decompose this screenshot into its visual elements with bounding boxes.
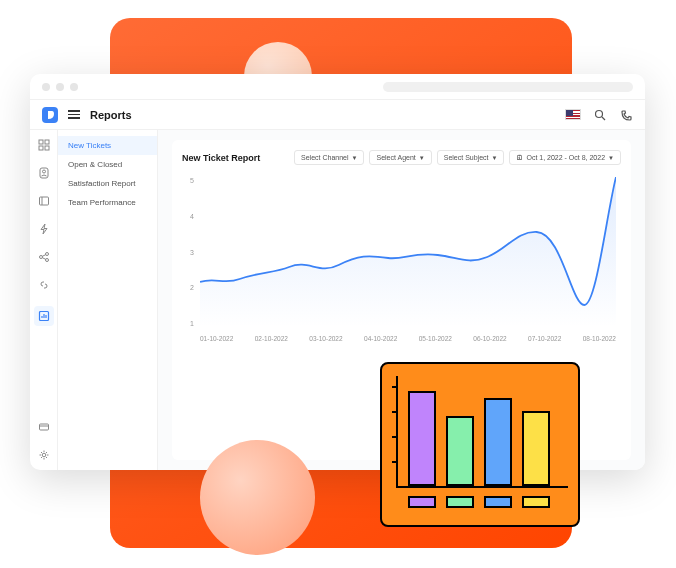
calendar-icon: 🗓 bbox=[516, 154, 523, 161]
app-header: Reports bbox=[30, 100, 645, 130]
x-tick: 08-10-2022 bbox=[583, 335, 616, 342]
app-logo[interactable] bbox=[42, 107, 58, 123]
report-header: New Ticket Report Select Channel▼ Select… bbox=[182, 150, 621, 165]
settings-icon[interactable] bbox=[37, 448, 51, 462]
search-icon[interactable] bbox=[593, 108, 607, 122]
svg-point-0 bbox=[596, 110, 603, 117]
window-control-dot[interactable] bbox=[70, 83, 78, 91]
svg-rect-3 bbox=[45, 140, 49, 144]
link-icon[interactable] bbox=[37, 278, 51, 292]
svg-line-13 bbox=[42, 255, 45, 257]
svg-point-12 bbox=[45, 259, 48, 262]
filter-label: Select Subject bbox=[444, 154, 489, 161]
user-icon[interactable] bbox=[37, 166, 51, 180]
illus-legend-green bbox=[446, 496, 474, 508]
illus-bar-green bbox=[446, 416, 474, 486]
filter-label: Oct 1, 2022 - Oct 8, 2022 bbox=[526, 154, 605, 161]
svg-point-21 bbox=[42, 453, 46, 457]
phone-icon[interactable] bbox=[619, 108, 633, 122]
illus-y-tick bbox=[392, 461, 398, 463]
hamburger-menu-icon[interactable] bbox=[68, 110, 80, 119]
y-tick: 4 bbox=[182, 213, 194, 220]
x-tick: 02-10-2022 bbox=[255, 335, 288, 342]
svg-rect-4 bbox=[39, 146, 43, 150]
illus-y-tick bbox=[392, 436, 398, 438]
x-tick: 07-10-2022 bbox=[528, 335, 561, 342]
icon-rail bbox=[30, 130, 58, 470]
ticket-icon[interactable] bbox=[37, 194, 51, 208]
caret-down-icon: ▼ bbox=[419, 155, 425, 161]
y-tick: 2 bbox=[182, 284, 194, 291]
decoration-circle-bottom bbox=[200, 440, 315, 555]
caret-down-icon: ▼ bbox=[491, 155, 497, 161]
filter-channel[interactable]: Select Channel▼ bbox=[294, 150, 364, 165]
illus-bar-purple bbox=[408, 391, 436, 486]
illus-y-tick bbox=[392, 386, 398, 388]
illus-legend-blue bbox=[484, 496, 512, 508]
sidebar-item-new-tickets[interactable]: New Tickets bbox=[58, 136, 157, 155]
y-axis: 5 4 3 2 1 bbox=[182, 177, 194, 327]
x-tick: 06-10-2022 bbox=[473, 335, 506, 342]
illus-legend-yellow bbox=[522, 496, 550, 508]
window-control-dot[interactable] bbox=[42, 83, 50, 91]
filter-label: Select Channel bbox=[301, 154, 348, 161]
address-bar-placeholder[interactable] bbox=[383, 82, 633, 92]
illus-y-tick bbox=[392, 411, 398, 413]
illus-bars bbox=[408, 376, 550, 486]
filter-label: Select Agent bbox=[376, 154, 415, 161]
window-control-dot[interactable] bbox=[56, 83, 64, 91]
y-tick: 1 bbox=[182, 320, 194, 327]
filter-date-range[interactable]: 🗓Oct 1, 2022 - Oct 8, 2022▼ bbox=[509, 150, 621, 165]
line-chart: 5 4 3 2 1 01-10-2022 bbox=[182, 177, 621, 357]
svg-point-7 bbox=[42, 170, 45, 173]
caret-down-icon: ▼ bbox=[352, 155, 358, 161]
page-title: Reports bbox=[90, 109, 132, 121]
y-tick: 3 bbox=[182, 249, 194, 256]
sidebar-item-open-closed[interactable]: Open & Closed bbox=[58, 155, 157, 174]
bolt-icon[interactable] bbox=[37, 222, 51, 236]
chart-plot bbox=[200, 177, 616, 327]
illus-bar-yellow bbox=[522, 411, 550, 486]
x-tick: 03-10-2022 bbox=[309, 335, 342, 342]
caret-down-icon: ▼ bbox=[608, 155, 614, 161]
sidebar-item-team-performance[interactable]: Team Performance bbox=[58, 193, 157, 212]
card-icon[interactable] bbox=[37, 420, 51, 434]
svg-rect-8 bbox=[39, 197, 48, 205]
bar-chart-illustration bbox=[380, 362, 580, 527]
report-title: New Ticket Report bbox=[182, 153, 260, 163]
reports-sidebar: New Tickets Open & Closed Satisfaction R… bbox=[58, 130, 158, 470]
illus-legend-purple bbox=[408, 496, 436, 508]
y-tick: 5 bbox=[182, 177, 194, 184]
svg-rect-2 bbox=[39, 140, 43, 144]
share-icon[interactable] bbox=[37, 250, 51, 264]
illus-x-axis bbox=[396, 486, 568, 488]
reports-icon[interactable] bbox=[34, 306, 54, 326]
svg-line-14 bbox=[42, 258, 45, 260]
illus-y-axis bbox=[396, 376, 398, 486]
x-tick: 05-10-2022 bbox=[419, 335, 452, 342]
svg-line-1 bbox=[602, 117, 605, 120]
filter-subject[interactable]: Select Subject▼ bbox=[437, 150, 505, 165]
x-tick: 01-10-2022 bbox=[200, 335, 233, 342]
svg-point-11 bbox=[45, 253, 48, 256]
x-axis: 01-10-2022 02-10-2022 03-10-2022 04-10-2… bbox=[200, 335, 616, 342]
svg-rect-5 bbox=[45, 146, 49, 150]
svg-rect-19 bbox=[39, 424, 48, 430]
dashboard-icon[interactable] bbox=[37, 138, 51, 152]
language-flag-us[interactable] bbox=[565, 109, 581, 120]
filter-agent[interactable]: Select Agent▼ bbox=[369, 150, 431, 165]
window-titlebar bbox=[30, 74, 645, 100]
illus-bar-blue bbox=[484, 398, 512, 486]
x-tick: 04-10-2022 bbox=[364, 335, 397, 342]
svg-point-10 bbox=[39, 256, 42, 259]
illus-legend bbox=[408, 496, 550, 508]
sidebar-item-satisfaction[interactable]: Satisfaction Report bbox=[58, 174, 157, 193]
